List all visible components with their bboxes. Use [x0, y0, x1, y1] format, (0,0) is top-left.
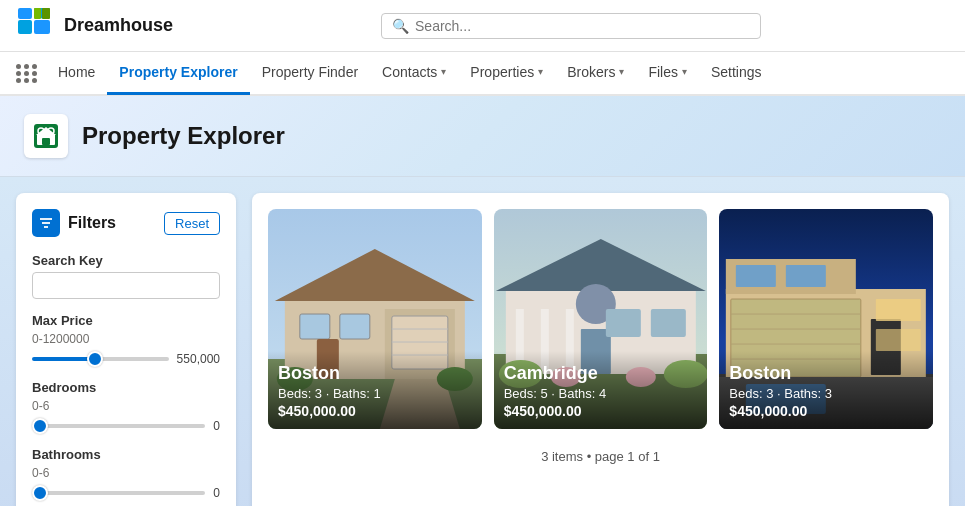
max-price-value: 550,000: [177, 352, 220, 366]
property-overlay-1: Boston Beds: 3 · Baths: 1 $450,000.00: [268, 351, 482, 429]
app-name: Dreamhouse: [64, 15, 173, 36]
nav-item-files[interactable]: Files ▾: [636, 51, 699, 95]
nav-item-brokers[interactable]: Brokers ▾: [555, 51, 636, 95]
bathrooms-group: Bathrooms 0-6 0: [32, 447, 220, 500]
svg-rect-58: [876, 299, 921, 321]
reset-button[interactable]: Reset: [164, 212, 220, 235]
app-launcher-button[interactable]: [8, 64, 46, 83]
nav-item-contacts[interactable]: Contacts ▾: [370, 51, 458, 95]
filter-icon-box: [32, 209, 60, 237]
navbar: Home Property Explorer Property Finder C…: [0, 52, 965, 96]
property-price-2: $450,000.00: [504, 403, 698, 419]
nav-item-property-explorer[interactable]: Property Explorer: [107, 51, 249, 95]
nav-label-properties: Properties: [470, 64, 534, 80]
bedrooms-value: 0: [213, 419, 220, 433]
max-price-range: 0-1200000: [32, 332, 220, 346]
page-header-icon-box: [24, 114, 68, 158]
property-card-2[interactable]: Cambridge Beds: 5 · Baths: 4 $450,000.00: [494, 209, 708, 429]
max-price-group: Max Price 0-1200000 550,000: [32, 313, 220, 366]
search-input[interactable]: [415, 18, 750, 34]
nav-label-home: Home: [58, 64, 95, 80]
app-logo: [16, 6, 52, 46]
brokers-dropdown-icon: ▾: [619, 66, 624, 77]
max-price-slider[interactable]: [32, 357, 169, 361]
bedrooms-slider-row: 0: [32, 419, 220, 433]
bedrooms-group: Bedrooms 0-6 0: [32, 380, 220, 433]
filters-title: Filters: [68, 214, 116, 232]
bedrooms-slider[interactable]: [32, 424, 205, 428]
search-bar[interactable]: 🔍: [381, 13, 761, 39]
svg-rect-55: [736, 265, 776, 287]
files-dropdown-icon: ▾: [682, 66, 687, 77]
nav-label-property-explorer: Property Explorer: [119, 64, 237, 80]
filter-icon: [38, 215, 54, 231]
property-card-1[interactable]: Boston Beds: 3 · Baths: 1 $450,000.00: [268, 209, 482, 429]
svg-rect-56: [786, 265, 826, 287]
nav-item-property-finder[interactable]: Property Finder: [250, 51, 370, 95]
filters-header: Filters Reset: [32, 209, 220, 237]
bathrooms-slider[interactable]: [32, 491, 205, 495]
property-price-1: $450,000.00: [278, 403, 472, 419]
svg-rect-5: [42, 8, 50, 19]
property-card-3[interactable]: Boston Beds: 3 · Baths: 3 $450,000.00: [719, 209, 933, 429]
nav-item-home[interactable]: Home: [46, 51, 107, 95]
property-price-3: $450,000.00: [729, 403, 923, 419]
svg-rect-22: [340, 314, 370, 339]
property-beds-1: Beds: 3 · Baths: 1: [278, 386, 472, 401]
bedrooms-label: Bedrooms: [32, 380, 220, 395]
bathrooms-range: 0-6: [32, 466, 220, 480]
svg-rect-1: [18, 8, 32, 19]
property-beds-2: Beds: 5 · Baths: 4: [504, 386, 698, 401]
nav-label-contacts: Contacts: [382, 64, 437, 80]
svg-rect-4: [34, 8, 41, 19]
bathrooms-value: 0: [213, 486, 220, 500]
svg-rect-0: [18, 20, 32, 34]
property-explorer-icon: [32, 122, 60, 150]
nav-label-settings: Settings: [711, 64, 762, 80]
filters-panel: Filters Reset Search Key Max Price 0-120…: [16, 193, 236, 506]
bathrooms-slider-row: 0: [32, 486, 220, 500]
nav-item-properties[interactable]: Properties ▾: [458, 51, 555, 95]
nav-label-brokers: Brokers: [567, 64, 615, 80]
property-overlay-2: Cambridge Beds: 5 · Baths: 4 $450,000.00: [494, 351, 708, 429]
properties-grid: Boston Beds: 3 · Baths: 1 $450,000.00: [268, 209, 933, 429]
page-title: Property Explorer: [82, 122, 285, 150]
property-city-2: Cambridge: [504, 363, 698, 384]
svg-rect-59: [876, 329, 921, 351]
property-overlay-3: Boston Beds: 3 · Baths: 3 $450,000.00: [719, 351, 933, 429]
bedrooms-range: 0-6: [32, 399, 220, 413]
search-key-group: Search Key: [32, 253, 220, 299]
svg-rect-2: [34, 20, 50, 34]
bathrooms-label: Bathrooms: [32, 447, 220, 462]
grid-icon: [16, 64, 38, 83]
property-city-3: Boston: [729, 363, 923, 384]
properties-dropdown-icon: ▾: [538, 66, 543, 77]
pagination: 3 items • page 1 of 1: [268, 443, 933, 466]
main-content: Filters Reset Search Key Max Price 0-120…: [0, 177, 965, 506]
nav-item-settings[interactable]: Settings: [699, 51, 774, 95]
page-header: Property Explorer: [0, 96, 965, 177]
max-price-label: Max Price: [32, 313, 220, 328]
svg-rect-21: [300, 314, 330, 339]
search-key-label: Search Key: [32, 253, 220, 268]
svg-rect-9: [42, 138, 50, 145]
nav-label-property-finder: Property Finder: [262, 64, 358, 80]
nav-label-files: Files: [648, 64, 678, 80]
filters-title-row: Filters: [32, 209, 116, 237]
svg-rect-40: [606, 309, 641, 337]
search-key-input[interactable]: [32, 272, 220, 299]
contacts-dropdown-icon: ▾: [441, 66, 446, 77]
topbar: Dreamhouse 🔍: [0, 0, 965, 52]
svg-rect-41: [651, 309, 686, 337]
property-beds-3: Beds: 3 · Baths: 3: [729, 386, 923, 401]
property-city-1: Boston: [278, 363, 472, 384]
search-icon: 🔍: [392, 18, 409, 34]
max-price-slider-row: 550,000: [32, 352, 220, 366]
properties-area: Boston Beds: 3 · Baths: 1 $450,000.00: [252, 193, 949, 506]
